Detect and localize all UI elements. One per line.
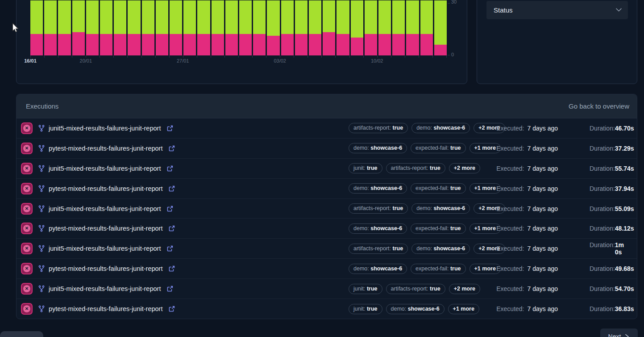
chart-bar-12/02[interactable] [406, 0, 419, 55]
filters-card: Status [477, 0, 637, 84]
execution-row[interactable]: ✕ pytest-mixed-results-failures-junit-re… [17, 219, 637, 239]
chart-bar-07/02[interactable] [337, 0, 349, 55]
x-axis-tick [58, 55, 58, 58]
chart-bar-09/02[interactable] [365, 0, 377, 55]
duration-value: 1m 0s [615, 241, 628, 256]
executions-panel: Executions Go back to overview ✕ junit5-… [16, 94, 637, 319]
chart-bar-13/02[interactable] [420, 0, 433, 55]
go-back-to-overview-link[interactable]: Go back to overview [569, 102, 629, 110]
chart-bar-31/01[interactable] [239, 0, 252, 55]
execution-row[interactable]: ✕ junit5-mixed-results-failures-junit-re… [17, 159, 637, 179]
x-mark-icon: ✕ [23, 205, 30, 212]
executed-value: 7 days ago [528, 145, 558, 152]
chart-bar-14/02[interactable] [434, 0, 447, 55]
more-tags-badge[interactable]: +2 more [449, 284, 480, 294]
x-mark-icon: ✕ [23, 285, 30, 292]
failed-status-icon: ✕ [21, 143, 33, 154]
chart-bar-01/02[interactable] [253, 0, 266, 55]
execution-name[interactable]: pytest-mixed-results-failures-junit-repo… [49, 225, 162, 232]
executed-value: 7 days ago [528, 225, 558, 232]
executions-list: ✕ junit5-mixed-results-failures-junit-re… [17, 118, 637, 319]
chart-bar-20/01[interactable] [86, 0, 99, 55]
tag-badge: junit: true [349, 163, 382, 173]
execution-row[interactable]: ✕ pytest-mixed-results-failures-junit-re… [17, 139, 637, 159]
status-filter-select[interactable]: Status [486, 1, 628, 19]
external-link-icon[interactable] [167, 286, 173, 292]
chart-bar-25/01[interactable] [156, 0, 168, 55]
tags-group: junit: trueartifacts-report: true+2 more [349, 284, 480, 294]
y-axis-label: 30 [451, 0, 457, 4]
chart-bar-10/02[interactable] [378, 0, 391, 55]
next-page-button[interactable]: Next [600, 329, 638, 337]
execution-row[interactable]: ✕ pytest-mixed-results-failures-junit-re… [17, 259, 637, 279]
execution-row[interactable]: ✕ pytest-mixed-results-failures-junit-re… [17, 179, 637, 199]
chart-bar-26/01[interactable] [170, 0, 182, 55]
executed-value: 7 days ago [528, 285, 558, 292]
execution-name[interactable]: junit5-mixed-results-failures-junit-repo… [49, 285, 161, 292]
execution-name[interactable]: junit5-mixed-results-failures-junit-repo… [49, 165, 161, 172]
external-link-icon[interactable] [167, 125, 173, 131]
external-link-icon[interactable] [167, 206, 173, 212]
execution-row[interactable]: ✕ junit5-mixed-results-failures-junit-re… [17, 199, 637, 219]
chart-bar-03/02[interactable] [281, 0, 294, 55]
more-tags-badge[interactable]: +2 more [449, 163, 480, 173]
external-link-icon[interactable] [169, 265, 175, 272]
tag-badge: demo: showcase-6 [411, 123, 470, 133]
tags-group: demo: showcase-6expected-fail: true+1 mo… [349, 223, 501, 234]
external-link-icon[interactable] [169, 225, 175, 232]
chart-bar-06/02[interactable] [323, 0, 335, 55]
duration-label: Duration: [590, 185, 615, 192]
execution-name[interactable]: pytest-mixed-results-failures-junit-repo… [49, 185, 162, 192]
chart-bar-18/01[interactable] [58, 0, 71, 55]
execution-name[interactable]: pytest-mixed-results-failures-junit-repo… [49, 265, 162, 272]
chart-bar-23/01[interactable] [128, 0, 140, 55]
duration-value: 36.83s [615, 305, 634, 312]
execution-name[interactable]: junit5-mixed-results-failures-junit-repo… [49, 245, 161, 252]
tag-badge: demo: showcase-6 [349, 183, 407, 194]
chart-bar-16/01[interactable] [30, 0, 43, 55]
chart-bar-30/01[interactable] [225, 0, 238, 55]
git-branch-icon [38, 145, 45, 152]
passed-segment [337, 0, 349, 34]
executed-label: Executed: [496, 285, 524, 292]
chart-bar-17/01[interactable] [44, 0, 57, 55]
execution-row[interactable]: ✕ junit5-mixed-results-failures-junit-re… [17, 118, 637, 139]
external-link-icon[interactable] [167, 165, 173, 172]
execution-name[interactable]: junit5-mixed-results-failures-junit-repo… [49, 205, 161, 212]
x-axis-tick [307, 55, 308, 58]
duration-info: Duration: 54.70s [590, 285, 628, 292]
duration-value: 37.94s [615, 185, 634, 192]
chart-bar-04/02[interactable] [295, 0, 307, 55]
chart-bar-22/01[interactable] [114, 0, 126, 55]
failed-segment [406, 34, 419, 55]
execution-name[interactable]: junit5-mixed-results-failures-junit-repo… [49, 125, 161, 132]
passed-segment [406, 0, 419, 34]
chart-bar-28/01[interactable] [197, 0, 210, 55]
more-tags-badge[interactable]: +1 more [448, 304, 479, 314]
execution-row[interactable]: ✕ pytest-mixed-results-failures-junit-re… [17, 299, 637, 319]
copilot-button[interactable]: Copilot [0, 331, 43, 337]
chart-bar-24/01[interactable] [142, 0, 154, 55]
tag-badge: demo: showcase-6 [349, 143, 407, 153]
failed-segment [156, 34, 168, 55]
external-link-icon[interactable] [167, 245, 173, 252]
execution-row[interactable]: ✕ junit5-mixed-results-failures-junit-re… [17, 239, 637, 259]
external-link-icon[interactable] [169, 306, 175, 312]
execution-row[interactable]: ✕ junit5-mixed-results-failures-junit-re… [17, 279, 637, 299]
execution-name[interactable]: pytest-mixed-results-failures-junit-repo… [49, 145, 162, 152]
chart-bar-21/01[interactable] [100, 0, 112, 55]
external-link-icon[interactable] [169, 185, 175, 192]
duration-value: 55.74s [615, 165, 634, 172]
chart-bar-05/02[interactable] [309, 0, 321, 55]
chart-bar-08/02[interactable] [351, 0, 363, 55]
x-axis-tick [280, 55, 280, 58]
chart-bar-27/01[interactable] [183, 0, 196, 55]
tags-group: junit: truedemo: showcase-6+1 more [349, 304, 479, 314]
executed-value: 7 days ago [528, 165, 558, 172]
external-link-icon[interactable] [169, 145, 175, 152]
chart-bar-02/02[interactable] [267, 0, 279, 55]
chart-bar-11/02[interactable] [392, 0, 405, 55]
chart-bar-29/01[interactable] [212, 0, 224, 55]
chart-bar-19/01[interactable] [72, 0, 85, 55]
execution-name[interactable]: pytest-mixed-results-failures-junit-repo… [49, 305, 162, 312]
